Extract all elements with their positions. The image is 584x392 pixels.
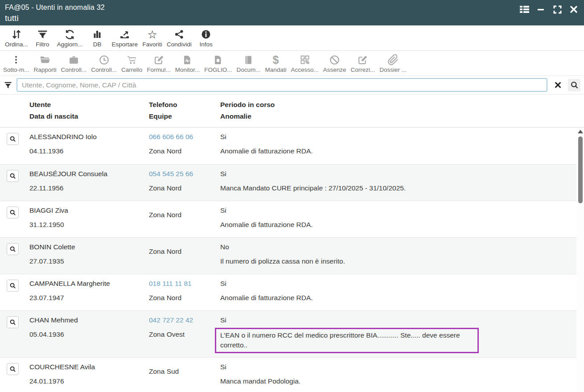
table-row[interactable]: BONIN Colette27.07.1935 Zona Nord NoIl n… <box>0 237 584 274</box>
toolbar-label: FOGLIO... <box>204 66 232 73</box>
table-header: Utente Data di nascita Telefono Equipe P… <box>0 95 584 128</box>
period-status: Si <box>220 206 575 215</box>
table-row[interactable]: COURCHESNE Avila24.01.1976 Zona Sud SiMa… <box>0 357 584 392</box>
search-input[interactable] <box>16 78 547 92</box>
dossier-button[interactable]: Dossier ... <box>377 53 409 75</box>
clear-search-icon[interactable] <box>551 79 564 91</box>
toolbar-label: Infos <box>200 41 213 48</box>
view-list-icon[interactable] <box>519 4 529 14</box>
refresh-icon <box>64 28 75 41</box>
mandates-button[interactable]: $ Mandati <box>263 53 288 75</box>
folder-icon <box>39 54 51 66</box>
user-name: BONIN Colette <box>29 242 149 252</box>
header-telefono: Telefono Equipe <box>149 99 220 122</box>
header-utente: Utente Data di nascita <box>29 99 149 122</box>
refresh-button[interactable]: Aggiorn... <box>55 27 85 50</box>
search-icon[interactable] <box>568 79 580 91</box>
table-row[interactable]: ALESSANDRINO Iolo04.11.1936 066 606 66 0… <box>0 128 584 164</box>
sort-button[interactable]: Ordina... <box>3 27 30 50</box>
star-icon: ☆ <box>147 28 157 41</box>
forms-button[interactable]: Formul... <box>144 53 173 75</box>
toolbar-label: Controll... <box>91 66 117 73</box>
birthdate: 31.12.1950 <box>29 220 149 230</box>
open-record-button[interactable] <box>7 206 19 219</box>
scrollbar-thumb[interactable] <box>578 136 583 203</box>
control-clock-button[interactable]: Controll... <box>89 53 119 75</box>
title-block: FA@05 - Utenti in anomalia 32 tutti <box>5 3 105 25</box>
anomaly-text-highlighted: L’EAN o il numero RCC del medico prescri… <box>215 328 479 353</box>
window-controls <box>519 3 579 25</box>
phone-link[interactable]: 054 545 25 66 <box>149 169 220 179</box>
open-record-button[interactable] <box>7 243 19 255</box>
scroll-up-icon[interactable] <box>578 130 583 133</box>
anomaly-text: Manca mandat Podologia. <box>220 376 575 386</box>
toolbar-label: Controll... <box>61 66 87 73</box>
toolbar-label: DB <box>93 41 102 48</box>
export-icon <box>119 28 130 41</box>
table-row[interactable]: BEAUSÉJOUR Consuela22.11.1956 054 545 25… <box>0 164 584 201</box>
header-data-nascita: Data di nascita <box>29 111 149 122</box>
foglio-button[interactable]: FOGLIO... <box>202 53 234 75</box>
equipe: Zona Nord <box>149 293 220 303</box>
share-button[interactable]: Condividi <box>165 27 194 50</box>
documents-button[interactable]: Docum... <box>234 53 263 75</box>
ban-icon <box>329 54 340 66</box>
anomaly-text: Anomalie di fatturazione RDA. <box>220 293 575 303</box>
birthdate: 24.01.1976 <box>29 376 149 386</box>
dollar-icon: $ <box>273 54 279 66</box>
phone-link[interactable]: 018 111 11 81 <box>149 279 220 289</box>
close-icon[interactable] <box>569 4 579 14</box>
window-title: FA@05 - Utenti in anomalia 32 <box>5 3 105 12</box>
table-body: ALESSANDRINO Iolo04.11.1936 066 606 66 0… <box>0 128 584 392</box>
birthdate: 22.11.1956 <box>29 183 149 193</box>
toolbar-label: Filtro <box>36 41 49 48</box>
corrections-button[interactable]: Correzi... <box>349 53 378 75</box>
open-record-button[interactable] <box>7 363 19 375</box>
document-home-icon <box>213 54 223 66</box>
birthdate: 27.07.1935 <box>29 256 149 266</box>
info-icon <box>201 28 211 41</box>
period-status: Si <box>220 279 575 289</box>
monitor-button[interactable]: Monitor... <box>173 53 202 75</box>
cart-button[interactable]: Carrello <box>119 53 144 75</box>
phone-link[interactable]: 042 727 22 42 <box>149 315 220 325</box>
table-row[interactable]: BIAGGI Ziva31.12.1950 Zona Nord SiAnomal… <box>0 201 584 237</box>
header-utente-line1: Utente <box>29 99 149 111</box>
open-record-button[interactable] <box>7 170 19 182</box>
table-row[interactable]: CHAN Mehmed05.04.1936 042 727 22 42Zona … <box>0 310 584 357</box>
toolbar-label: Docum... <box>236 66 260 73</box>
submenu-button[interactable]: Sotto-m... <box>1 53 32 75</box>
access-button[interactable]: Accesso... <box>288 53 321 75</box>
app-window: FA@05 - Utenti in anomalia 32 tutti Ordi… <box>0 0 584 392</box>
fullscreen-icon[interactable] <box>552 4 562 14</box>
user-name: BIAGGI Ziva <box>29 206 149 215</box>
favorites-button[interactable]: ☆ Favoriti <box>140 27 165 50</box>
open-record-button[interactable] <box>7 280 19 292</box>
anomaly-text: Il numero di polizza cassa non è inserit… <box>220 256 575 266</box>
vertical-scrollbar[interactable] <box>576 128 584 392</box>
minimize-icon[interactable] <box>536 4 546 14</box>
db-button[interactable]: DB <box>85 27 110 50</box>
filter-icon <box>37 28 48 41</box>
sort-icon <box>11 28 22 41</box>
toolbar-label: Carrello <box>121 66 142 73</box>
open-record-button[interactable] <box>7 133 19 145</box>
filter-button[interactable]: Filtro <box>30 27 55 50</box>
open-record-button[interactable] <box>7 316 19 328</box>
absences-button[interactable]: Assenze <box>321 53 349 75</box>
infos-button[interactable]: Infos <box>194 27 218 50</box>
toolbar-label: Monitor... <box>175 66 200 73</box>
phone-link[interactable]: 066 606 66 06 <box>149 132 220 142</box>
table-row[interactable]: CAMPANELLA Margherite23.07.1947 018 111 … <box>0 274 584 310</box>
export-button[interactable]: Esportare <box>110 27 140 50</box>
header-anomalie: Anomalie <box>220 111 584 122</box>
user-name: CAMPANELLA Margherite <box>29 279 149 289</box>
reports-button[interactable]: Rapporti <box>32 53 59 75</box>
briefcase-icon <box>68 54 79 66</box>
control-briefcase-button[interactable]: Controll... <box>59 53 89 75</box>
birthdate: 05.04.1936 <box>29 330 149 339</box>
header-periodo-line1: Periodo in corso <box>220 99 584 111</box>
toolbar-label: Mandati <box>265 66 286 73</box>
toolbar-label: Esportare <box>112 41 138 48</box>
equipe: Zona Nord <box>149 183 220 193</box>
